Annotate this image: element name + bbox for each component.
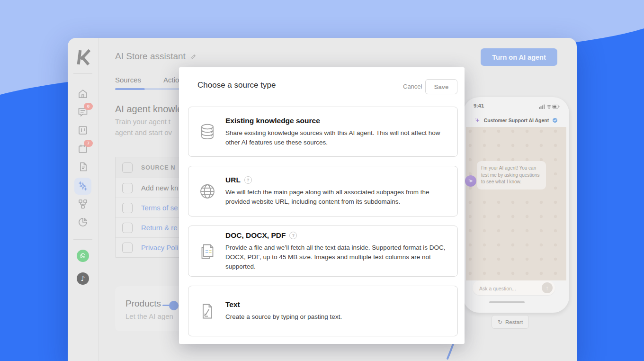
sparkles-icon [77, 180, 89, 192]
source-name-link[interactable]: Privacy Poli [141, 244, 178, 252]
help-icon[interactable]: ? [244, 176, 252, 184]
option-url[interactable]: URL ? We will fetch the main page along … [188, 166, 458, 217]
pie-chart-icon [77, 217, 89, 228]
restart-icon: ↻ [498, 319, 502, 325]
products-toggle[interactable] [169, 301, 179, 310]
products-title: Products [125, 298, 161, 309]
tiktok-icon: ♪ [77, 272, 89, 285]
option-body: DOC, DOCX, PDF ? Provide a file and we’l… [225, 231, 448, 271]
column-header-source-name: SOURCE N [141, 164, 175, 171]
home-indicator [489, 301, 525, 303]
chat-area: I’m your AI agent! You can test me by as… [466, 127, 566, 280]
option-title: DOC, DOCX, PDF [225, 231, 286, 240]
option-description: Share existing knowledge sources with th… [225, 128, 448, 147]
option-body: Text Create a source by typing or pastin… [225, 300, 448, 322]
home-icon [77, 88, 89, 99]
globe-icon [197, 182, 218, 201]
sidebar-item-tiktok[interactable]: ♪ [77, 272, 89, 285]
kanban-board-icon [77, 125, 89, 136]
option-title: Text [225, 300, 240, 309]
edit-pencil-icon[interactable] [190, 53, 197, 60]
phone-chat-header: Customer Support AI Agent [463, 114, 569, 126]
sidebar-item-board[interactable] [77, 125, 89, 136]
option-text[interactable]: Text Create a source by typing or pastin… [188, 286, 458, 336]
sidebar-item-home[interactable] [77, 88, 89, 99]
row-checkbox[interactable] [122, 183, 133, 193]
text-document-icon [197, 302, 218, 321]
cancel-button[interactable]: Cancel [403, 83, 422, 90]
restart-button[interactable]: ↻ Restart [492, 315, 529, 329]
select-all-checkbox[interactable] [122, 162, 133, 173]
sidebar-item-documents[interactable] [77, 161, 89, 172]
sidebar: 8 7 [68, 38, 98, 361]
page-title: AI Store assistant [115, 51, 197, 62]
files-icon [197, 242, 218, 261]
sidebar-item-whatsapp[interactable] [77, 250, 89, 262]
sidebar-item-workflows[interactable] [77, 198, 89, 209]
option-description: Provide a file and we’ll fetch all the t… [225, 243, 448, 271]
database-icon [197, 122, 218, 141]
status-bar-time: 9:41 [474, 103, 484, 108]
option-body: URL ? We will fetch the main page along … [225, 176, 448, 207]
turn-on-ai-agent-button[interactable]: Turn on AI agent [481, 48, 557, 66]
products-toggle-track [162, 305, 170, 306]
verified-badge-icon [552, 117, 558, 123]
agent-avatar [465, 175, 476, 187]
source-name[interactable]: Add new kn [141, 184, 178, 192]
option-title: Existing knowledge source [225, 117, 320, 125]
sidebar-divider [73, 73, 92, 74]
agent-name: Customer Support AI Agent [484, 117, 549, 123]
products-description: Let the AI agen [125, 312, 173, 320]
option-description: Create a source by typing or pasting tex… [225, 312, 448, 322]
sidebar-item-ai-agent[interactable] [74, 178, 91, 195]
status-bar-icons [539, 103, 560, 111]
whatsapp-icon [77, 250, 89, 262]
option-body: Existing knowledge source Share existing… [225, 117, 448, 147]
choose-source-type-modal: Choose a source type Cancel Save [179, 67, 465, 344]
modal-title: Choose a source type [197, 81, 276, 90]
sidebar-item-chat[interactable]: 8 [77, 106, 89, 117]
question-input-bar: ↑ [473, 280, 555, 295]
option-title: URL [225, 176, 241, 184]
source-name-link[interactable]: Return & re [141, 224, 178, 232]
section-description-line2: agent and start ov [115, 128, 172, 136]
option-existing-knowledge-source[interactable]: Existing knowledge source Share existing… [188, 107, 458, 157]
phone-preview: 9:41 Customer Support AI Agent [463, 97, 569, 313]
brand-logo-icon[interactable] [75, 49, 91, 65]
sidebar-item-reports[interactable] [77, 217, 89, 228]
row-checkbox[interactable] [122, 203, 133, 213]
section-description-line1: Train your agent t [115, 117, 170, 126]
workflow-icon [77, 198, 89, 209]
signal-wifi-battery-icons [539, 104, 560, 109]
option-description: We will fetch the main page along with a… [225, 188, 448, 207]
document-icon [77, 161, 89, 172]
active-tab-indicator [115, 88, 145, 90]
tab-sources[interactable]: Sources [115, 76, 141, 84]
question-input[interactable] [478, 280, 537, 296]
calendar-badge: 7 [84, 140, 93, 147]
save-button[interactable]: Save [425, 79, 457, 94]
tab-actions[interactable]: Actio [163, 76, 179, 84]
chat-badge: 8 [84, 103, 93, 110]
sidebar-divider [73, 239, 92, 240]
source-name-link[interactable]: Terms of se [141, 204, 178, 212]
help-icon[interactable]: ? [289, 232, 297, 239]
agent-sparkle-icon [474, 117, 481, 124]
app-window: 8 7 [68, 38, 577, 361]
option-doc-docx-pdf[interactable]: DOC, DOCX, PDF ? Provide a file and we’l… [188, 226, 458, 277]
send-button[interactable]: ↑ [542, 282, 553, 293]
sidebar-item-calendar[interactable]: 7 [77, 143, 89, 154]
restart-label: Restart [505, 319, 523, 325]
row-checkbox[interactable] [122, 243, 133, 253]
page-title-text: AI Store assistant [115, 51, 186, 62]
row-checkbox[interactable] [122, 223, 133, 233]
section-heading: AI agent knowle [115, 104, 182, 115]
source-type-options: Existing knowledge source Share existing… [188, 107, 458, 336]
agent-message-bubble: I’m your AI agent! You can test me by as… [477, 161, 546, 190]
